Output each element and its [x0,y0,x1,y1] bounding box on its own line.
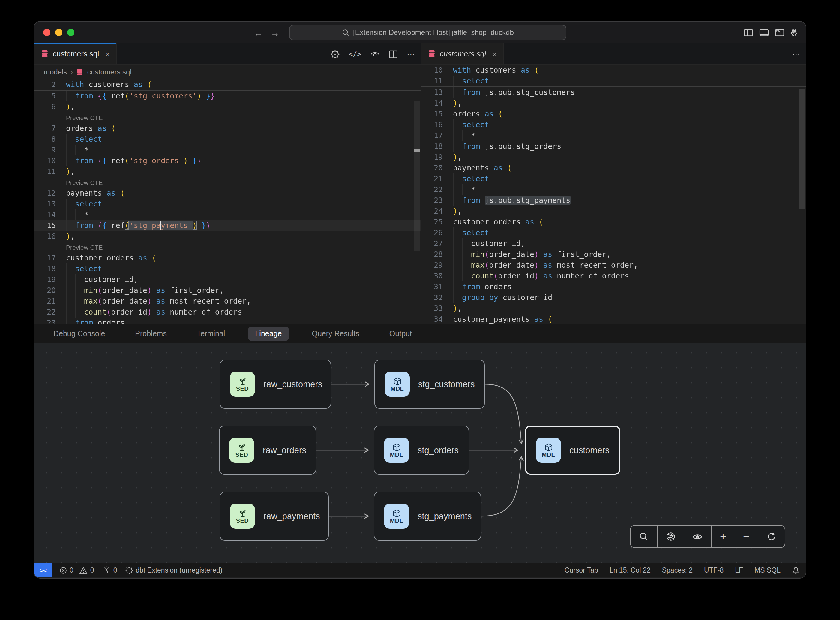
code-line[interactable]: 19 customer_id, [34,274,421,285]
code-line[interactable]: 22 * [421,184,806,195]
code-line[interactable]: 13 from js.pub.stg_customers [421,87,806,98]
lineage-node-raw_customers[interactable]: SEDraw_customers [219,360,331,409]
refresh-icon[interactable] [758,526,785,547]
panel-tab-terminal[interactable]: Terminal [189,326,233,341]
code-line[interactable]: 25customer_orders as ( [421,217,806,227]
code-line[interactable]: 29 max(order_date) as most_recent_order, [421,260,806,271]
code-line[interactable]: 11), [34,166,421,177]
code-line[interactable]: 27 customer_id, [421,238,806,249]
toggle-primary-sidebar-icon[interactable] [743,27,753,38]
code-line[interactable]: 20 min(order_date) as first_order, [34,285,421,296]
lineage-node-raw_payments[interactable]: SEDraw_payments [219,492,329,541]
code-line[interactable]: 11 select [421,76,806,86]
code-line[interactable]: 21 select [421,173,806,184]
split-editor-icon[interactable] [389,50,398,59]
code-line[interactable]: 19), [421,152,806,163]
code-line[interactable]: 17 * [421,130,806,141]
code-line[interactable]: 10with customers as ( [421,65,806,76]
code-line[interactable]: 5 from {{ ref('stg_customers') }} [34,90,421,101]
code-line[interactable]: 14), [421,98,806,108]
breadcrumb-folder[interactable]: models [44,68,67,76]
lineage-node-raw_orders[interactable]: SEDraw_orders [219,426,316,475]
lineage-node-stg_customers[interactable]: MDLstg_customers [374,360,485,409]
breadcrumb[interactable]: models › customers.sql [34,65,421,79]
code-line[interactable]: 6), [34,101,421,112]
more-actions-icon[interactable]: ⋯ [407,49,416,59]
code-line[interactable]: 18 from js.pub.stg_orders [421,141,806,152]
panel-tab-problems[interactable]: Problems [128,326,174,341]
code-line[interactable]: 20payments as ( [421,163,806,173]
preview-eye-icon[interactable] [370,49,380,59]
code-line[interactable]: 15orders as ( [421,108,806,119]
dbt-extension-status[interactable]: dbt Extension (unregistered) [125,566,222,574]
forward-icon[interactable]: → [270,27,279,38]
code-line[interactable]: 16 select [421,119,806,130]
code-line[interactable]: 28 min(order_date) as first_order, [421,249,806,260]
panel-tab-output[interactable]: Output [382,326,419,341]
code-line[interactable]: 10 from {{ ref('stg_orders') }} [34,155,421,166]
code-line[interactable]: 24), [421,206,806,217]
encoding-status[interactable]: UTF-8 [704,567,724,574]
panel-tab-query-results[interactable]: Query Results [305,326,366,341]
code-line[interactable]: 8 select [34,134,421,144]
lineage-node-customers[interactable]: MDLcustomers [525,426,621,475]
code-line[interactable]: 22 count(order_id) as number_of_orders [34,307,421,318]
close-tab-icon[interactable]: × [493,50,496,57]
tab-customers-sql-compiled[interactable]: customers.sql × [421,43,504,64]
lineage-node-stg_payments[interactable]: MDLstg_payments [374,492,481,541]
code-line[interactable]: 13 select [34,199,421,209]
left-scrollbar[interactable] [414,101,420,324]
code-line[interactable]: 18 select [34,263,421,274]
eye-icon[interactable] [684,526,711,547]
indentation-status[interactable]: Spaces: 2 [662,567,693,574]
zoom-out-icon[interactable]: − [735,526,758,547]
more-actions-icon[interactable]: ⋯ [792,49,801,59]
code-line[interactable]: 14 * [34,209,421,220]
cursor-tab-status[interactable]: Cursor Tab [565,567,598,574]
language-mode-status[interactable]: MS SQL [754,567,781,574]
eol-status[interactable]: LF [735,567,743,574]
minimize-window-button[interactable] [55,29,62,36]
chevron-up-icon[interactable] [773,27,782,35]
code-line[interactable]: 30 count(order_id) as number_of_orders [421,271,806,281]
search-icon[interactable] [631,526,657,547]
aperture-icon[interactable] [657,526,684,547]
bell-icon[interactable] [792,566,800,574]
code-line[interactable]: 34customer_payments as ( [421,314,806,324]
tab-customers-sql[interactable]: customers.sql × [34,43,117,64]
code-line[interactable]: 26 select [421,227,806,238]
close-window-button[interactable] [43,29,50,36]
code-line[interactable]: 7orders as ( [34,123,421,134]
compiled-code-icon[interactable]: </> [349,50,361,58]
close-tab-icon[interactable]: × [105,50,110,57]
cursor-position-status[interactable]: Ln 15, Col 22 [610,567,651,574]
codelens-row[interactable]: Preview CTE [34,242,421,253]
code-line[interactable]: 32 group by customer_id [421,292,806,303]
codelens-row[interactable]: Preview CTE [34,177,421,188]
codelens-row[interactable]: Preview CTE [34,112,421,123]
code-line[interactable]: 31 from orders [421,281,806,292]
code-line[interactable]: 9 * [34,144,421,155]
code-line[interactable]: 17customer_orders as ( [34,253,421,263]
code-line[interactable]: 12payments as ( [34,188,421,199]
code-line[interactable]: 23 from orders [34,318,421,324]
right-scrollbar[interactable] [799,86,805,324]
back-icon[interactable]: ← [254,27,263,38]
code-line[interactable]: 23 from js.pub.stg_payments [421,195,806,206]
left-code-editor[interactable]: 2with customers as ( 5 from {{ ref('stg_… [34,79,421,324]
right-code-editor[interactable]: 10with customers as (11 select 13 from j… [421,65,806,324]
command-center-search[interactable]: [Extension Development Host] jaffle_shop… [289,25,567,40]
code-line[interactable]: 15 from {{ ref('stg_payments') }} [34,220,421,231]
ports-status[interactable]: 0 [102,566,117,574]
toggle-panel-icon[interactable] [759,27,769,38]
lineage-node-stg_orders[interactable]: MDLstg_orders [374,426,469,475]
zoom-in-icon[interactable]: + [711,526,735,547]
dbt-icon[interactable] [331,50,340,59]
code-line[interactable]: 33), [421,303,806,314]
lineage-canvas[interactable]: SEDraw_customersMDLstg_customersSEDraw_o… [34,343,806,564]
problems-status[interactable]: 0 0 [59,566,94,574]
breadcrumb-file[interactable]: customers.sql [87,68,132,76]
panel-tab-lineage[interactable]: Lineage [248,326,289,341]
panel-tab-debug-console[interactable]: Debug Console [46,326,112,341]
maximize-window-button[interactable] [67,29,74,36]
